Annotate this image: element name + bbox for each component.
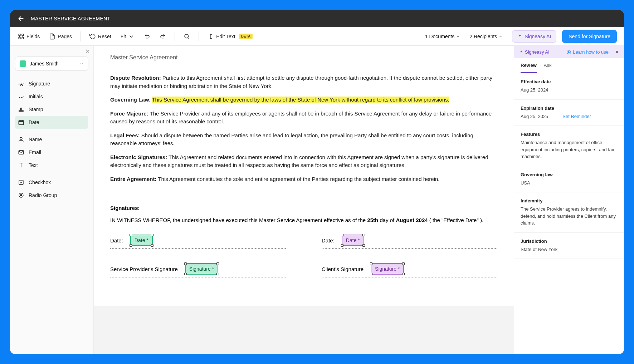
fit-label: Fit [121,34,126,39]
service-provider-sig-label: Service Provider's Signature [110,266,178,272]
reset-icon [89,33,96,40]
field-stamp-label: Stamp [29,107,43,112]
back-arrow-icon[interactable] [17,15,25,23]
close-ai-panel-icon[interactable]: ✕ [615,49,619,55]
fields-button[interactable]: Fields [14,31,43,42]
signature-field-recipient-2[interactable]: Signature * [371,263,404,275]
field-radio[interactable]: Radio Group [15,189,88,202]
search-button[interactable] [180,31,194,42]
ai-tabs: Review Ask [514,58,624,73]
fit-dropdown[interactable]: Fit [117,31,138,42]
field-name-label: Name [29,137,42,142]
entire-section: Entire Agreement: This Agreement constit… [110,175,497,183]
title-bar: MASTER SERVICE AGREEMENT [10,10,624,27]
field-stamp[interactable]: Stamp [15,103,88,116]
search-icon [184,33,190,40]
documents-count-label: 1 Documents [425,34,454,39]
reset-button[interactable]: Reset [86,31,115,42]
force-majeure-section: Force Majeure: The Service Provider and … [110,110,497,126]
field-date[interactable]: Date [15,116,88,129]
tab-review[interactable]: Review [521,58,537,73]
play-circle-icon [566,50,571,55]
document-viewport[interactable]: Master Service Agreement Dispute Resolut… [94,46,514,354]
pages-icon [49,33,55,40]
electronic-section: Electronic Signatures: This Agreement an… [110,153,497,169]
signeasy-ai-button[interactable]: Signeasy AI [512,30,556,43]
ai-header: Signeasy AI Learn how to use ✕ [514,46,624,58]
pages-button[interactable]: Pages [45,31,75,42]
review-governing-law[interactable]: Governing law USA [514,166,624,193]
recipient-selector[interactable]: James Smith [15,56,88,71]
field-signature-label: Signature [29,81,50,87]
dispute-section: Dispute Resolution: Parties to this Agre… [110,74,497,90]
field-name[interactable]: Name [15,133,88,146]
date-label-2: Date: [322,237,335,244]
governing-section: Governing Law: This Service Agreement sh… [110,96,497,104]
field-initials-label: Initials [29,94,43,99]
review-jurisdiction[interactable]: Jurisdiction State of New York [514,233,624,259]
sparkle-icon [517,34,522,39]
document-page: Master Service Agreement Dispute Resolut… [94,46,514,306]
fields-panel: ✕ James Smith Signature Initials Stamp D… [10,46,94,354]
set-reminder-link[interactable]: Set Reminder [562,114,591,119]
rotate-right-icon [160,33,166,40]
signature-icon [18,80,24,87]
review-indemnity[interactable]: Indemnity The Service Provider agrees to… [514,192,624,233]
field-email[interactable]: Email [15,146,88,159]
ai-panel-title: Signeasy AI [519,49,550,55]
svg-rect-0 [19,34,20,36]
signeasy-ai-label: Signeasy AI [525,34,551,39]
field-signature[interactable]: Signature [15,77,88,90]
rotate-right-button[interactable] [156,31,170,42]
learn-how-to-use-link[interactable]: Learn how to use [566,49,609,55]
review-list: Effective date Aug 25, 2024 Expiration d… [514,73,624,259]
legal-fees-section: Legal Fees: Should a dispute between the… [110,132,497,148]
documents-dropdown[interactable]: 1 Documents [421,31,464,41]
field-text[interactable]: Text [15,159,88,172]
rotate-left-icon [144,33,150,40]
calendar-icon [18,119,24,126]
chevron-down-icon [79,62,84,66]
reset-label: Reset [98,34,111,39]
svg-rect-1 [22,34,24,36]
field-checkbox[interactable]: Checkbox [15,176,88,189]
send-for-signature-button[interactable]: Send for Signature [562,30,617,43]
review-effective-date[interactable]: Effective date Aug 25, 2024 [514,73,624,100]
date-field-recipient-1[interactable]: Date * [130,235,153,246]
recipient-name: James Smith [30,61,76,67]
date-label-1: Date: [110,237,123,244]
fields-icon [18,33,24,40]
svg-rect-3 [22,37,24,39]
edit-text-label: Edit Text [216,34,235,39]
person-icon [18,136,24,143]
review-features[interactable]: Features Maintenance and management of o… [514,126,624,166]
text-cursor-icon [208,33,214,40]
pages-label: Pages [58,34,72,39]
initials-icon [18,93,24,100]
chevron-down-icon [128,33,135,40]
field-initials[interactable]: Initials [15,90,88,103]
beta-badge: BETA [239,34,253,39]
fields-label: Fields [26,34,40,39]
review-expiration-date[interactable]: Expiration date Aug 25, 2025 Set Reminde… [514,100,624,126]
text-icon [18,162,24,168]
recipients-count-label: 2 Recipients [469,34,497,39]
svg-point-4 [185,34,189,38]
recipient-color-swatch [20,60,26,67]
sparkle-icon [519,50,523,54]
email-icon [18,149,24,156]
chevron-down-icon [456,34,460,39]
date-field-recipient-2[interactable]: Date * [342,235,364,246]
svg-rect-9 [19,180,23,185]
tab-ask[interactable]: Ask [544,58,552,73]
signature-field-recipient-1[interactable]: Signature * [185,263,218,275]
edit-text-button[interactable]: Edit Text BETA [204,31,256,42]
field-email-label: Email [29,149,41,155]
close-panel-icon[interactable]: ✕ [85,48,90,55]
recipients-dropdown[interactable]: 2 Recipients [466,31,506,41]
field-radio-label: Radio Group [29,192,57,198]
document-heading: Master Service Agreement [110,54,497,66]
svg-rect-2 [19,37,20,39]
rotate-left-button[interactable] [140,31,154,42]
ai-panel: Signeasy AI Learn how to use ✕ Review As… [514,46,624,354]
